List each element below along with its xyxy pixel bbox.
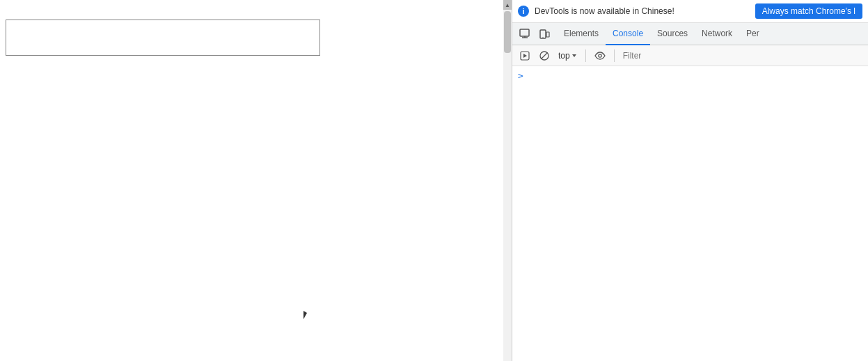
notification-text: DevTools is now available in Chinese! — [535, 6, 750, 16]
inspect-icon — [519, 29, 530, 40]
play-icon — [520, 51, 530, 61]
scrollbar-track: ▲ — [503, 0, 512, 361]
inspect-element-button[interactable] — [515, 24, 535, 44]
browser-page: ▲ — [0, 0, 512, 361]
text-input-box[interactable] — [6, 20, 320, 56]
svg-rect-0 — [520, 29, 529, 36]
tab-sources[interactable]: Sources — [650, 23, 695, 45]
device-toolbar-button[interactable] — [535, 24, 554, 44]
device-icon — [539, 29, 550, 40]
match-chrome-button[interactable]: Always match Chrome's l — [755, 3, 862, 19]
scrollbar-up-arrow[interactable]: ▲ — [503, 0, 512, 10]
svg-marker-7 — [523, 54, 527, 58]
context-selector[interactable]: top — [555, 49, 580, 62]
devtools-notification: i DevTools is now available in Chinese! … — [512, 0, 868, 23]
chevron-down-icon — [571, 53, 577, 59]
svg-marker-10 — [572, 54, 576, 57]
tab-elements[interactable]: Elements — [557, 23, 606, 45]
console-toolbar: top — [512, 45, 868, 66]
svg-line-9 — [542, 52, 548, 59]
page-content — [0, 0, 512, 361]
tab-network[interactable]: Network — [695, 23, 739, 45]
toolbar-divider-2 — [614, 49, 615, 62]
devtools-toolbar-icons — [515, 24, 554, 44]
scrollbar-thumb[interactable] — [504, 11, 511, 53]
tab-per[interactable]: Per — [739, 23, 766, 45]
run-button[interactable] — [516, 47, 533, 64]
block-icon — [539, 51, 549, 61]
svg-rect-4 — [546, 32, 549, 37]
tab-console[interactable]: Console — [606, 23, 650, 45]
clear-button[interactable] — [536, 47, 553, 64]
eye-button[interactable] — [592, 47, 608, 64]
eye-icon — [594, 52, 606, 60]
svg-point-5 — [542, 36, 543, 37]
devtools-tabs: Elements Console Sources Network Per — [512, 23, 868, 45]
console-prompt-row: > — [512, 69, 868, 82]
prompt-arrow: > — [518, 70, 523, 81]
svg-point-11 — [598, 54, 601, 56]
info-icon: i — [518, 6, 529, 17]
filter-input[interactable] — [620, 49, 864, 62]
toolbar-divider — [585, 49, 586, 62]
console-output: > — [512, 66, 868, 361]
devtools-panel: i DevTools is now available in Chinese! … — [512, 0, 868, 361]
